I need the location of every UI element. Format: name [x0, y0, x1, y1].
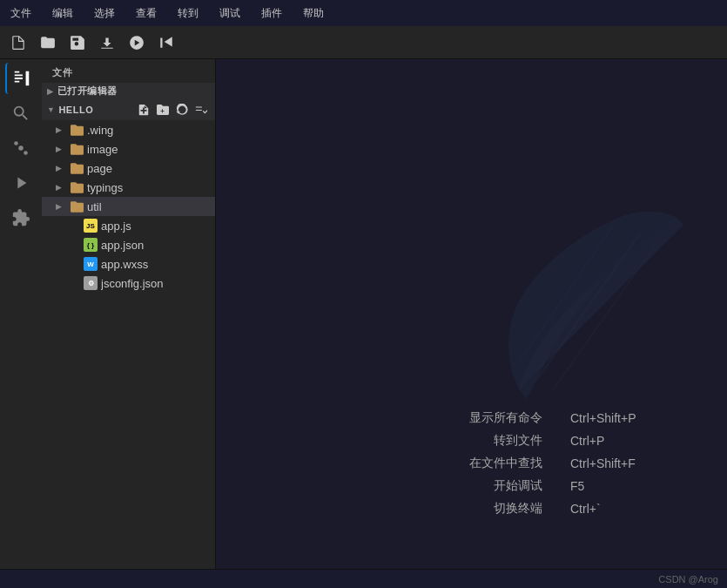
appjson-label: app.json — [101, 239, 215, 252]
new-folder-action-btn[interactable] — [154, 101, 172, 118]
sidebar-title: 文件 — [42, 59, 215, 83]
quick-commands-panel: 显示所有命令 Ctrl+Shift+P 转到文件 Ctrl+P 在文件中查找 C… — [469, 410, 657, 517]
menu-select[interactable]: 选择 — [91, 4, 118, 23]
typings-folder-icon — [70, 180, 84, 194]
open-editors-chevron: ▶ — [47, 87, 54, 96]
tree-item-image[interactable]: ▶ image — [42, 139, 215, 159]
svg-point-2 — [24, 151, 28, 155]
menu-file[interactable]: 文件 — [7, 4, 35, 23]
menu-debug[interactable]: 调试 — [216, 4, 244, 23]
hello-section-actions — [135, 101, 210, 118]
debug-activity-icon[interactable] — [5, 167, 37, 199]
menu-goto[interactable]: 转到 — [174, 4, 202, 23]
cmd-row-3: 开始调试 F5 — [469, 478, 657, 494]
explorer-activity-icon[interactable] — [5, 63, 37, 94]
menu-bar: 文件 编辑 选择 查看 转到 调试 插件 帮助 — [7, 4, 327, 23]
compile-button[interactable] — [124, 30, 150, 55]
cmd-label-3: 开始调试 — [494, 478, 542, 494]
cmd-row-4: 切换终端 Ctrl+` — [469, 501, 657, 517]
cmd-row-0: 显示所有命令 Ctrl+Shift+P — [469, 410, 657, 426]
open-editors-section[interactable]: ▶ 已打开编辑器 — [42, 83, 215, 99]
sidebar-panel: 文件 ▶ 已打开编辑器 ▼ HELLO — [42, 59, 216, 569]
wing-folder-icon — [70, 123, 84, 137]
file-tree: ▶ .wing ▶ image ▶ page — [42, 120, 215, 569]
toolbar — [0, 26, 727, 59]
cmd-row-2: 在文件中查找 Ctrl+Shift+F — [469, 456, 657, 471]
appwxss-label: app.wxss — [101, 258, 215, 271]
editor-area: 显示所有命令 Ctrl+Shift+P 转到文件 Ctrl+P 在文件中查找 C… — [216, 59, 727, 569]
preview-button[interactable] — [153, 30, 179, 55]
jsconfig-icon: ⚙ — [84, 276, 98, 290]
save-button[interactable] — [64, 30, 91, 55]
tree-item-typings[interactable]: ▶ typings — [42, 178, 215, 197]
menu-edit[interactable]: 编辑 — [49, 4, 77, 23]
page-label: page — [87, 162, 215, 175]
activity-bar — [0, 59, 42, 569]
hello-chevron: ▼ — [47, 105, 55, 114]
tree-item-appjs[interactable]: ▶ JS app.js — [42, 216, 215, 235]
tree-item-wing[interactable]: ▶ .wing — [42, 120, 215, 139]
new-file-button[interactable] — [5, 30, 31, 55]
cmd-label-4: 切换终端 — [494, 501, 542, 517]
page-folder-icon — [70, 161, 84, 175]
hello-project-label: ▼ HELLO — [47, 105, 93, 115]
statusbar-text: CSDN @Arog — [658, 574, 718, 585]
tree-item-page[interactable]: ▶ page — [42, 159, 215, 178]
cmd-shortcut-3: F5 — [570, 479, 657, 493]
cmd-shortcut-1: Ctrl+P — [570, 434, 657, 448]
cmd-label-1: 转到文件 — [494, 433, 542, 449]
new-file-action-btn[interactable] — [135, 101, 152, 118]
git-activity-icon[interactable] — [5, 132, 37, 164]
image-folder-icon — [70, 142, 84, 156]
util-label: util — [87, 200, 215, 213]
menu-plugins[interactable]: 插件 — [258, 4, 286, 23]
logo-watermark — [466, 164, 710, 425]
cmd-label-2: 在文件中查找 — [469, 456, 542, 471]
wing-chevron: ▶ — [56, 125, 66, 134]
open-editors-label: ▶ 已打开编辑器 — [47, 84, 118, 98]
status-bar: CSDN @Arog — [0, 569, 727, 588]
appjs-icon: JS — [84, 219, 98, 233]
refresh-action-btn[interactable] — [173, 101, 191, 118]
hello-title: HELLO — [58, 105, 93, 115]
appjson-icon: { } — [84, 238, 98, 252]
search-activity-icon[interactable] — [5, 98, 37, 129]
cmd-shortcut-0: Ctrl+Shift+P — [570, 411, 657, 425]
cmd-shortcut-2: Ctrl+Shift+F — [570, 456, 657, 470]
collapse-action-btn[interactable] — [192, 101, 210, 118]
menu-view[interactable]: 查看 — [132, 4, 160, 23]
util-folder-icon — [70, 199, 84, 213]
tree-item-util[interactable]: ▶ util — [42, 197, 215, 216]
appjs-label: app.js — [101, 220, 215, 233]
tree-item-appwxss[interactable]: ▶ W app.wxss — [42, 254, 215, 274]
jsconfig-label: jsconfig.json — [101, 277, 215, 290]
main-area: 文件 ▶ 已打开编辑器 ▼ HELLO — [0, 59, 727, 569]
tree-item-jsconfig[interactable]: ▶ ⚙ jsconfig.json — [42, 274, 215, 293]
svg-point-1 — [14, 141, 18, 145]
appwxss-icon: W — [84, 257, 98, 271]
extensions-activity-icon[interactable] — [5, 202, 37, 233]
svg-point-0 — [18, 145, 24, 151]
open-folder-button[interactable] — [35, 30, 61, 55]
image-chevron: ▶ — [56, 145, 66, 153]
hello-project-section[interactable]: ▼ HELLO — [42, 99, 215, 120]
image-label: image — [87, 143, 215, 156]
wing-label: .wing — [87, 124, 215, 137]
open-editors-title: 已打开编辑器 — [57, 84, 118, 98]
util-chevron: ▶ — [56, 202, 66, 211]
page-chevron: ▶ — [56, 164, 66, 172]
cmd-shortcut-4: Ctrl+` — [570, 502, 657, 516]
download-button[interactable] — [94, 30, 120, 55]
tree-item-appjson[interactable]: ▶ { } app.json — [42, 235, 215, 254]
titlebar: 文件 编辑 选择 查看 转到 调试 插件 帮助 — [0, 0, 727, 26]
typings-label: typings — [87, 181, 215, 194]
typings-chevron: ▶ — [56, 183, 66, 192]
cmd-row-1: 转到文件 Ctrl+P — [469, 433, 657, 449]
menu-help[interactable]: 帮助 — [300, 4, 327, 23]
cmd-label-0: 显示所有命令 — [469, 410, 542, 426]
